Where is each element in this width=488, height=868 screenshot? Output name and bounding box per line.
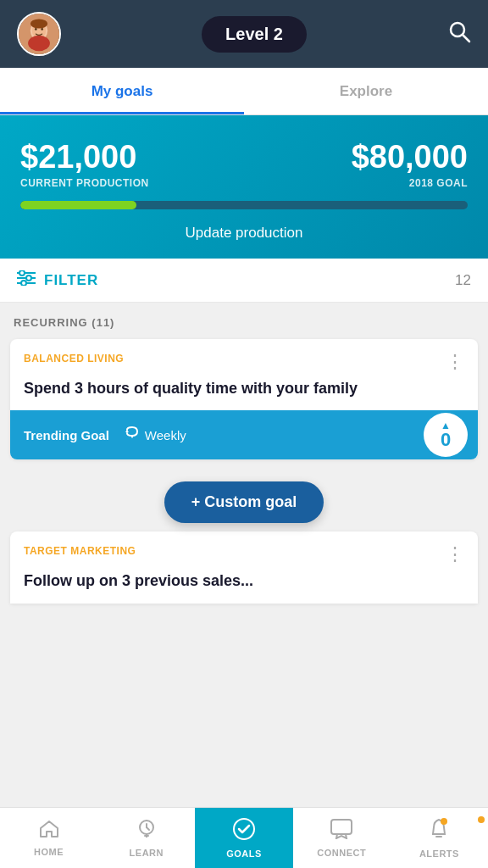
section-label-recurring: RECURRING (11) bbox=[10, 316, 478, 329]
filter-label[interactable]: FILTER bbox=[44, 272, 98, 289]
nav-item-home[interactable]: HOME bbox=[0, 808, 97, 868]
badge-count: 0 bbox=[441, 431, 451, 449]
goal-title-1: Spend 3 hours of quality time with your … bbox=[10, 378, 478, 410]
nav-label-goals: GOALS bbox=[226, 849, 262, 859]
nav-label-alerts: ALERTS bbox=[419, 849, 459, 859]
trending-badge-1: ▲ 0 bbox=[424, 413, 468, 457]
goal-category-1: BALANCED LIVING bbox=[24, 353, 124, 364]
goal-card-header-1: BALANCED LIVING ⋮ bbox=[10, 339, 478, 378]
nav-label-learn: LEARN bbox=[130, 848, 164, 858]
production-banner: $21,000 CURRENT PRODUCTION $80,000 2018 … bbox=[0, 115, 488, 259]
goal-card-header-2: TARGET MARKETING ⋮ bbox=[10, 531, 478, 570]
level-badge: Level 2 bbox=[202, 16, 307, 53]
nav-item-alerts[interactable]: ALERTS bbox=[391, 808, 488, 868]
filter-bar: FILTER 12 bbox=[0, 259, 488, 303]
header: Level 2 bbox=[0, 0, 488, 68]
custom-goal-button[interactable]: + Custom goal bbox=[164, 481, 324, 523]
filter-left: FILTER bbox=[17, 270, 98, 290]
tab-my-goals[interactable]: My goals bbox=[0, 68, 244, 114]
svg-point-12 bbox=[19, 270, 25, 275]
custom-goal-container: + Custom goal bbox=[10, 470, 478, 531]
bottom-nav: HOME LEARN GOALS bbox=[0, 807, 488, 868]
svg-point-6 bbox=[30, 19, 47, 28]
learn-icon bbox=[137, 819, 156, 844]
svg-line-17 bbox=[147, 827, 149, 830]
goals-icon bbox=[233, 818, 255, 845]
svg-line-8 bbox=[463, 35, 469, 42]
alert-dot bbox=[478, 816, 485, 823]
svg-rect-21 bbox=[331, 820, 352, 834]
svg-point-4 bbox=[41, 28, 43, 31]
home-icon bbox=[39, 820, 59, 843]
current-production-label: CURRENT PRODUCTION bbox=[20, 177, 149, 189]
goal-card-1: BALANCED LIVING ⋮ Spend 3 hours of quali… bbox=[10, 339, 478, 459]
tabs-bar: My goals Explore bbox=[0, 68, 488, 115]
nav-item-connect[interactable]: CONNECT bbox=[293, 808, 391, 868]
filter-count: 12 bbox=[455, 272, 471, 289]
nav-item-learn[interactable]: LEARN bbox=[97, 808, 195, 868]
weekly-text: Weekly bbox=[145, 428, 186, 442]
goal-menu-button-2[interactable]: ⋮ bbox=[446, 545, 464, 564]
trending-goal-label: Trending Goal bbox=[24, 428, 109, 442]
nav-label-connect: CONNECT bbox=[317, 848, 366, 858]
goal-menu-button-1[interactable]: ⋮ bbox=[446, 353, 464, 371]
nav-item-goals[interactable]: GOALS bbox=[195, 808, 292, 868]
filter-icon bbox=[17, 270, 36, 290]
goal-label: 2018 GOAL bbox=[352, 177, 468, 189]
goal-title-2: Follow up on 3 previous sales... bbox=[10, 570, 478, 603]
svg-point-3 bbox=[35, 28, 37, 31]
recurrence-icon bbox=[125, 426, 140, 443]
svg-point-14 bbox=[21, 281, 26, 286]
weekly-label: Weekly bbox=[125, 426, 186, 443]
avatar[interactable] bbox=[17, 12, 61, 56]
trending-bar-1: Trending Goal Weekly ▲ 0 bbox=[10, 410, 478, 459]
avatar-image bbox=[19, 14, 59, 54]
alerts-icon bbox=[430, 818, 448, 845]
current-production-amount: $21,000 bbox=[20, 139, 149, 175]
goal-card-2: TARGET MARKETING ⋮ Follow up on 3 previo… bbox=[10, 531, 478, 603]
svg-point-23 bbox=[441, 818, 447, 825]
list-area: RECURRING (11) BALANCED LIVING ⋮ Spend 3… bbox=[0, 303, 488, 604]
goal-amount: $80,000 bbox=[352, 139, 468, 175]
connect-icon bbox=[330, 819, 352, 844]
goal-category-2: TARGET MARKETING bbox=[24, 545, 136, 557]
svg-point-20 bbox=[234, 819, 254, 839]
svg-point-5 bbox=[28, 36, 50, 51]
progress-bar-container bbox=[20, 201, 468, 209]
search-button[interactable] bbox=[447, 19, 471, 49]
progress-bar-fill bbox=[20, 201, 136, 209]
svg-point-13 bbox=[26, 275, 31, 281]
update-production-button[interactable]: Update production bbox=[20, 225, 468, 242]
trending-left: Trending Goal Weekly bbox=[24, 426, 186, 443]
nav-label-home: HOME bbox=[34, 847, 64, 857]
tab-explore[interactable]: Explore bbox=[244, 68, 488, 114]
